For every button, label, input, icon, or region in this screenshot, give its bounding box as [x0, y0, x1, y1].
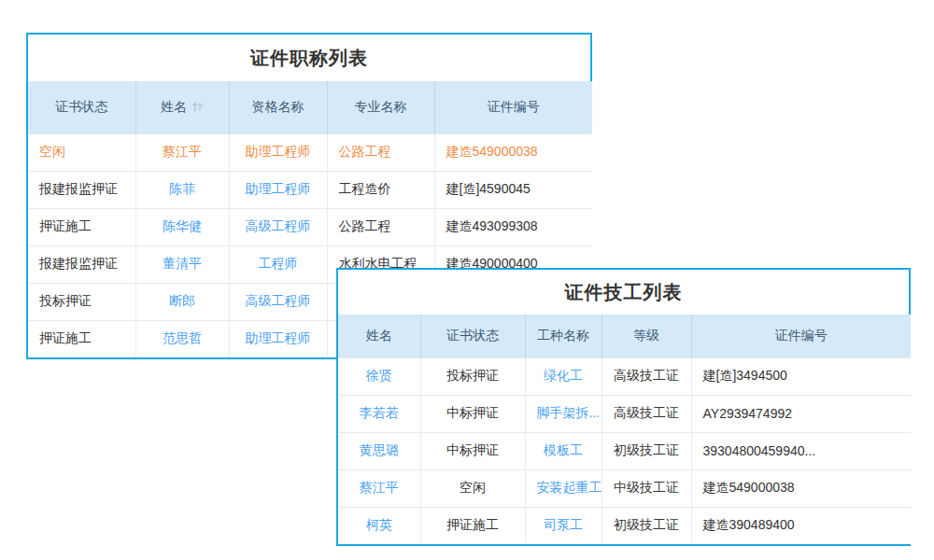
cell-status: 押证施工	[28, 208, 135, 245]
cell-status: 空闲	[420, 469, 525, 507]
header-row: 证书状态姓名资格名称专业名称证件编号	[28, 81, 592, 133]
cell-name[interactable]: 范思哲	[135, 320, 229, 357]
column-header-label: 资格名称	[252, 99, 304, 116]
table-row: 柯英押证施工司泵工初级技工证建造390489400	[338, 507, 911, 544]
cell-work-type[interactable]: 脚手架拆...	[525, 395, 601, 432]
cell-qualification[interactable]: 助理工程师	[229, 320, 327, 357]
cell-cert-no: 建造549000038	[434, 133, 592, 171]
certificate-worker-table: 姓名证书状态工种名称等级证件编号 徐贤投标押证绿化工高级技工证建[造]34945…	[338, 315, 911, 544]
certificate-title-list-heading: 证件职称列表	[28, 35, 590, 81]
cell-name[interactable]: 蔡江平	[135, 133, 229, 171]
column-header-label: 姓名	[161, 99, 187, 116]
cell-status: 空闲	[28, 133, 135, 171]
certificate-worker-table-head: 姓名证书状态工种名称等级证件编号	[338, 315, 911, 357]
cell-work-type[interactable]: 司泵工	[525, 507, 601, 544]
column-header-major: 专业名称	[327, 81, 434, 133]
cell-major: 工程造价	[327, 171, 434, 208]
table-row: 报建报监押证陈菲助理工程师工程造价建[造]4590045	[28, 171, 592, 208]
cell-cert-no: AY2939474992	[691, 395, 911, 432]
cell-qualification[interactable]: 助理工程师	[229, 171, 327, 208]
cell-cert-no: 建造549000038	[691, 469, 911, 507]
certificate-title-table-head: 证书状态姓名资格名称专业名称证件编号	[28, 81, 592, 133]
cell-work-type[interactable]: 模板工	[525, 432, 601, 469]
cell-name[interactable]: 断郎	[135, 283, 229, 320]
cell-name[interactable]: 陈菲	[135, 171, 229, 208]
column-header-label: 证件编号	[488, 99, 540, 116]
cell-status: 报建报监押证	[28, 171, 135, 208]
header-row: 姓名证书状态工种名称等级证件编号	[338, 315, 911, 357]
table-row: 黄思璐中标押证模板工初级技工证39304800459940...	[338, 432, 911, 469]
column-header-label: 证书状态	[446, 328, 499, 344]
cell-level: 初级技工证	[601, 432, 691, 469]
certificate-worker-list-card: 证件技工列表 姓名证书状态工种名称等级证件编号 徐贤投标押证绿化工高级技工证建[…	[336, 268, 911, 546]
cell-status: 中标押证	[420, 395, 525, 432]
cell-level: 初级技工证	[601, 507, 691, 544]
cell-work-type[interactable]: 安装起重工	[525, 469, 601, 507]
column-header-cert-no: 证件编号	[691, 315, 911, 357]
cell-status: 报建报监押证	[28, 245, 135, 283]
cell-major: 公路工程	[327, 208, 434, 245]
cell-name[interactable]: 徐贤	[338, 357, 420, 395]
cell-cert-no: 建造390489400	[691, 507, 911, 544]
cell-name[interactable]: 黄思璐	[338, 432, 420, 469]
cell-level: 高级技工证	[601, 357, 691, 395]
cell-cert-no: 39304800459940...	[691, 432, 911, 469]
cell-status: 投标押证	[28, 283, 135, 320]
cell-status: 中标押证	[420, 432, 525, 469]
cell-major: 公路工程	[327, 133, 434, 171]
cell-level: 高级技工证	[601, 395, 691, 432]
cell-name[interactable]: 蔡江平	[338, 469, 420, 507]
cell-name[interactable]: 李若若	[338, 395, 420, 432]
column-header-label: 工种名称	[537, 328, 589, 344]
table-row: 蔡江平空闲安装起重工中级技工证建造549000038	[338, 469, 911, 507]
cell-cert-no: 建[造]3494500	[691, 357, 911, 395]
column-header-label: 证件编号	[775, 328, 828, 344]
table-row: 李若若中标押证脚手架拆...高级技工证AY2939474992	[338, 395, 911, 432]
cell-cert-no: 建[造]4590045	[434, 171, 592, 208]
column-header-name[interactable]: 姓名	[135, 81, 229, 133]
column-header-label: 专业名称	[355, 99, 407, 116]
cell-level: 中级技工证	[601, 469, 691, 507]
table-row: 空闲蔡江平助理工程师公路工程建造549000038	[28, 133, 592, 171]
cell-cert-no: 建造493099308	[434, 208, 592, 245]
cell-name[interactable]: 柯英	[338, 507, 420, 544]
cell-qualification[interactable]: 助理工程师	[229, 133, 327, 171]
column-header-qualification: 资格名称	[229, 81, 327, 133]
table-row: 押证施工陈华健高级工程师公路工程建造493099308	[28, 208, 592, 245]
column-header-cert-no: 证件编号	[434, 81, 592, 133]
cell-name[interactable]: 陈华健	[135, 208, 229, 245]
column-header-work-type: 工种名称	[525, 315, 601, 357]
cell-name[interactable]: 董清平	[135, 245, 229, 283]
column-header-label: 证书状态	[55, 99, 107, 116]
column-header-name: 姓名	[338, 315, 420, 357]
cell-work-type[interactable]: 绿化工	[525, 357, 601, 395]
cell-qualification[interactable]: 高级工程师	[229, 208, 327, 245]
cell-qualification[interactable]: 高级工程师	[229, 283, 327, 320]
table-row: 徐贤投标押证绿化工高级技工证建[造]3494500	[338, 357, 911, 395]
column-header-status: 证书状态	[28, 81, 135, 133]
column-header-level: 等级	[601, 315, 691, 357]
column-header-status: 证书状态	[420, 315, 525, 357]
column-header-label: 姓名	[366, 328, 392, 344]
sort-amount-icon	[191, 101, 204, 113]
cell-status: 押证施工	[420, 507, 525, 544]
certificate-worker-list-heading: 证件技工列表	[338, 270, 909, 315]
column-header-label: 等级	[633, 328, 659, 344]
certificate-worker-table-body: 徐贤投标押证绿化工高级技工证建[造]3494500李若若中标押证脚手架拆...高…	[338, 357, 911, 544]
cell-status: 投标押证	[420, 357, 525, 395]
cell-status: 押证施工	[28, 320, 135, 357]
cell-qualification[interactable]: 工程师	[229, 245, 327, 283]
